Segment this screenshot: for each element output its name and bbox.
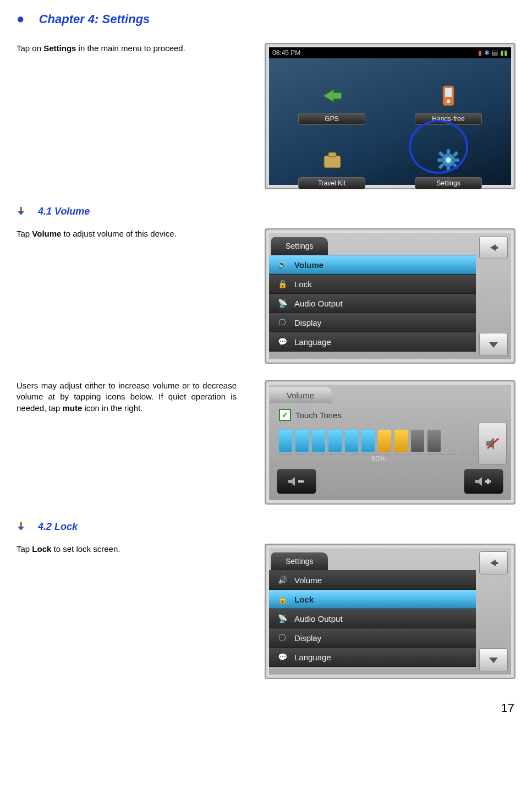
- display-icon: 🖵: [277, 317, 288, 328]
- main-menu-screenshot: 08:45 PM ▮ ✱ ▤ ▮▮ GPS: [265, 43, 515, 189]
- vol-bar: [345, 430, 358, 452]
- list-item-language[interactable]: 💬 Language: [269, 648, 476, 667]
- checkbox-icon[interactable]: ✓: [279, 409, 291, 421]
- intro-after: in the main menu to proceed.: [76, 43, 185, 53]
- audio-output-icon: 📡: [277, 298, 288, 309]
- section-4-1-text: 4.1 Volume: [38, 206, 90, 217]
- volume-para: Users may adjust either to increase volu…: [17, 380, 237, 414]
- li-language-label: Language: [294, 653, 331, 662]
- volume-bars[interactable]: [279, 430, 511, 452]
- main-cell-gps[interactable]: GPS: [275, 63, 389, 125]
- list-item-volume[interactable]: 🔊 Volume: [269, 255, 476, 275]
- list-item-audio-output[interactable]: 📡 Audio Output: [269, 609, 476, 628]
- volume-percent: 80%: [279, 454, 478, 463]
- volume-down-button[interactable]: [277, 469, 316, 494]
- settings-tab[interactable]: Settings: [271, 552, 328, 570]
- vp-bold: mute: [62, 403, 82, 413]
- vol-bar: [328, 430, 342, 452]
- gps-label: GPS: [298, 113, 365, 125]
- mute-button[interactable]: [478, 422, 507, 465]
- main-cell-handsfree[interactable]: Hands-free: [391, 63, 506, 125]
- section-4-2-title: 4.2 Lock: [17, 521, 515, 533]
- touch-tones-row[interactable]: ✓ Touch Tones: [279, 409, 511, 421]
- li-language-label: Language: [294, 337, 331, 347]
- li-display-label: Display: [294, 633, 321, 643]
- sd-icon: ▤: [492, 49, 498, 57]
- back-button[interactable]: [479, 236, 508, 259]
- li-audio-label: Audio Output: [294, 299, 343, 308]
- scroll-down-button[interactable]: [479, 333, 508, 356]
- vol-bar: [295, 430, 309, 452]
- sec41-text: Tap Volume to adjust volume of this devi…: [17, 228, 237, 239]
- svg-rect-10: [454, 158, 459, 162]
- list-item-lock[interactable]: 🔒 Lock: [269, 590, 476, 609]
- svg-rect-5: [328, 152, 336, 157]
- intro-bold: Settings: [43, 43, 76, 53]
- sec41-before: Tap: [17, 229, 32, 238]
- vol-bar: [378, 430, 391, 452]
- battery-icon: ▮▮: [500, 49, 508, 57]
- svg-point-15: [446, 157, 451, 163]
- signal-icon: ▮: [478, 49, 482, 57]
- list-item-audio-output[interactable]: 📡 Audio Output: [269, 294, 476, 313]
- settings-list: 🔊 Volume 🔒 Lock 📡 Audio Output 🖵 Display: [269, 255, 476, 352]
- sec41-after: to adjust volume of this device.: [61, 229, 176, 238]
- status-icons: ▮ ✱ ▤ ▮▮: [478, 49, 508, 57]
- intro-before: Tap on: [17, 43, 43, 53]
- section-4-1-title: 4.1 Volume: [17, 206, 515, 217]
- li-audio-label: Audio Output: [294, 614, 343, 623]
- li-volume-label: Volume: [294, 260, 323, 270]
- speaker-icon: 🔊: [277, 259, 288, 270]
- vol-bar: [394, 430, 408, 452]
- scroll-down-button[interactable]: [479, 648, 508, 671]
- svg-rect-4: [324, 156, 341, 168]
- section-4-2-text: 4.2 Lock: [38, 521, 78, 532]
- page-number: 17: [17, 701, 515, 715]
- vp-t2: icon in the right.: [82, 403, 142, 413]
- gps-icon: [315, 80, 348, 111]
- main-cell-travelkit[interactable]: Travel Kit: [275, 127, 389, 189]
- list-item-display[interactable]: 🖵 Display: [269, 628, 476, 648]
- audio-output-icon: 📡: [277, 613, 288, 624]
- svg-rect-2: [445, 88, 452, 97]
- svg-marker-21: [288, 477, 295, 486]
- settings-list2-screenshot: Settings 🔊 Volume 🔒 Lock: [265, 544, 515, 679]
- chapter-title-text: Chapter 4: Settings: [39, 12, 150, 26]
- bluetooth-icon: ✱: [484, 49, 490, 57]
- language-icon: 💬: [277, 651, 288, 662]
- vol-bar: [279, 430, 292, 452]
- status-bar: 08:45 PM ▮ ✱ ▤ ▮▮: [269, 47, 511, 58]
- chapter-title: ● Chapter 4: Settings: [17, 11, 515, 26]
- arrow-down-icon: [17, 521, 28, 532]
- svg-rect-16: [20, 207, 22, 211]
- main-cell-settings[interactable]: Settings: [391, 127, 506, 189]
- intro-text: Tap on Settings in the main menu to proc…: [17, 43, 237, 54]
- settings-gear-icon: [432, 145, 465, 175]
- svg-point-3: [447, 100, 450, 103]
- svg-marker-23: [475, 477, 482, 486]
- sec42-text: Tap Lock to set lock screen.: [17, 544, 237, 555]
- li-display-label: Display: [294, 318, 321, 327]
- touch-tones-label: Touch Tones: [295, 410, 342, 420]
- svg-marker-28: [489, 658, 498, 663]
- list-item-language[interactable]: 💬 Language: [269, 332, 476, 352]
- settings-tab[interactable]: Settings: [271, 237, 328, 255]
- handsfree-icon: [432, 80, 465, 111]
- back-button[interactable]: [479, 551, 508, 574]
- list-item-volume[interactable]: 🔊 Volume: [269, 571, 476, 590]
- volume-up-button[interactable]: [464, 469, 503, 494]
- sec42-after: to set lock screen.: [51, 544, 120, 554]
- bullet-icon: ●: [17, 11, 25, 26]
- sec42-before: Tap: [17, 544, 32, 554]
- lock-icon: 🔒: [277, 594, 288, 605]
- arrow-down-icon: [17, 206, 28, 217]
- list-item-lock[interactable]: 🔒 Lock: [269, 275, 476, 294]
- settings-list: 🔊 Volume 🔒 Lock 📡 Audio Output 🖵 Display: [269, 570, 476, 667]
- svg-marker-17: [18, 211, 24, 215]
- vol-bar: [411, 430, 424, 452]
- language-icon: 💬: [277, 336, 288, 347]
- li-lock-label: Lock: [294, 595, 314, 604]
- svg-marker-27: [18, 527, 24, 530]
- sec41-bold: Volume: [32, 229, 61, 238]
- list-item-display[interactable]: 🖵 Display: [269, 313, 476, 332]
